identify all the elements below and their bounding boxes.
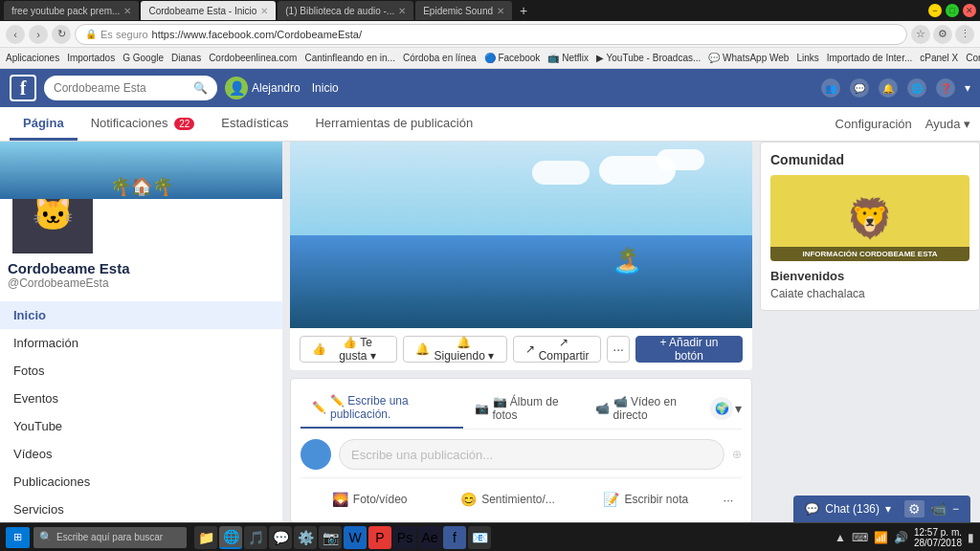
taskbar-ae-icon[interactable]: Ae [418, 526, 441, 549]
chat-minimize[interactable]: − [952, 502, 959, 516]
facebook-search-input[interactable] [54, 81, 188, 95]
facebook-search[interactable]: 🔍 [44, 76, 217, 100]
taskbar-fb-icon[interactable]: f [443, 526, 466, 549]
taskbar-show-desktop[interactable]: ▮ [968, 531, 974, 544]
post-tab-album[interactable]: 📷 📷 Álbum de fotos [463, 388, 584, 429]
post-input[interactable]: Escribe una publicación... [339, 439, 724, 470]
facebook-home-link[interactable]: Inicio [312, 81, 339, 95]
sidebar-item-fotos[interactable]: Fotos [0, 357, 282, 385]
help-icon[interactable]: ❓ [936, 78, 955, 98]
extensions-button[interactable]: ⚙ [933, 25, 952, 44]
bookmark-button[interactable]: ☆ [911, 25, 930, 44]
taskbar-volume-icon[interactable]: 🔊 [894, 531, 908, 544]
taskbar-search[interactable]: 🔍 Escribe aquí para buscar [33, 527, 187, 548]
tab-4-close[interactable]: ✕ [497, 6, 504, 16]
taskbar-chat-icon[interactable]: 💬 [269, 526, 292, 549]
photo-video-action[interactable]: 🌄 Foto/vídeo [301, 486, 438, 513]
sidebar-item-youtube[interactable]: YouTube [0, 412, 282, 440]
sidebar-item-publicaciones[interactable]: Publicaciones [0, 468, 282, 496]
taskbar-winamp-icon[interactable]: 🎵 [244, 526, 267, 549]
bookmark-links[interactable]: Links [796, 53, 818, 63]
config-link[interactable]: Configuración [835, 117, 912, 131]
post-tab-video[interactable]: 📹 📹 Vídeo en directo [584, 388, 710, 429]
post-more-button[interactable]: ··· [715, 486, 742, 513]
forward-button[interactable]: › [29, 25, 48, 44]
taskbar-file-icon[interactable]: 📁 [194, 526, 217, 549]
post-expand-icon[interactable]: ⊕ [732, 448, 742, 461]
bookmark-core[interactable]: Core [966, 53, 980, 63]
globe-icon[interactable]: 🌐 [907, 78, 926, 98]
chat-settings[interactable]: ⚙ [904, 500, 924, 518]
post-audience-arrow[interactable]: ▾ [735, 401, 742, 416]
taskbar-pdf-icon[interactable]: P [368, 526, 391, 549]
tab-4[interactable]: Epidemic Sound ✕ [415, 1, 512, 20]
taskbar-word-icon[interactable]: W [344, 526, 367, 549]
bookmark-netflix[interactable]: 📺 Netflix [547, 53, 589, 63]
chat-bar[interactable]: 💬 Chat (136) ▾ ⚙ 📹 − [793, 496, 970, 522]
refresh-button[interactable]: ↻ [52, 25, 71, 44]
sidebar-item-informacion[interactable]: Información [0, 329, 282, 357]
post-tab-write[interactable]: ✏️ ✏️ Escribe una publicación. [301, 388, 463, 429]
messages-icon[interactable]: 💬 [850, 78, 869, 98]
tab-3[interactable]: (1) Biblioteca de audio -... ✕ [278, 1, 413, 20]
bookmark-imp2[interactable]: Importado de Inter... [827, 53, 913, 63]
page-tabs: Página Notificaciones 22 Estadísticas He… [0, 107, 980, 142]
taskbar-settings-icon[interactable]: ⚙️ [294, 526, 317, 549]
bookmark-cordoba2[interactable]: Córdoba en línea [403, 53, 477, 63]
menu-button[interactable]: ⋮ [955, 25, 974, 44]
bookmark-cantinfleando[interactable]: Cantinfleando en in... [304, 53, 395, 63]
back-button[interactable]: ‹ [6, 25, 25, 44]
tab-1[interactable]: free youtube pack prem... ✕ [4, 1, 139, 20]
sidebar-item-eventos[interactable]: Eventos [0, 385, 282, 412]
facebook-user[interactable]: 👤 Alejandro [225, 77, 301, 99]
note-action[interactable]: 📝 Escribir nota [577, 486, 715, 513]
tab-notifications[interactable]: Notificaciones 22 [78, 108, 209, 141]
taskbar-network-icon[interactable]: 📶 [874, 531, 888, 544]
friends-icon[interactable]: 👥 [821, 78, 840, 98]
notifications-icon[interactable]: 🔔 [879, 78, 898, 98]
post-audience-icon[interactable]: 🌍 [710, 397, 733, 420]
maximize-button[interactable]: □ [946, 4, 959, 17]
add-button[interactable]: + Añadir un botón [635, 336, 743, 363]
sidebar-item-inicio[interactable]: Inicio [0, 301, 282, 329]
taskbar-up-icon[interactable]: ▲ [835, 531, 846, 544]
tab-1-close[interactable]: ✕ [123, 6, 131, 16]
taskbar-photos-icon[interactable]: 📷 [319, 526, 342, 549]
feeling-action[interactable]: 😊 Sentimiento/... [438, 486, 576, 513]
tab-2[interactable]: Cordobeame Esta - Inicio ✕ [141, 1, 276, 20]
bookmark-aplicaciones[interactable]: Aplicaciones [6, 53, 59, 63]
close-button[interactable]: ✕ [963, 4, 976, 17]
tab-2-close[interactable]: ✕ [260, 6, 268, 16]
tab-3-close[interactable]: ✕ [398, 6, 406, 16]
chat-video-icon[interactable]: 📹 [930, 501, 947, 517]
bookmark-cpanel[interactable]: cPanel X [920, 53, 958, 63]
tab-page[interactable]: Página [10, 108, 78, 141]
bookmark-fb[interactable]: 🔵 Facebook [484, 53, 541, 63]
window-controls: − □ ✕ [928, 4, 976, 17]
bookmark-cordoba[interactable]: Cordobeenlinea.com [209, 53, 297, 63]
minimize-button[interactable]: − [928, 4, 942, 17]
new-tab-button[interactable]: + [514, 1, 533, 20]
like-button[interactable]: 👍 👍 Te gusta ▾ [300, 336, 397, 363]
tab-publishing-tools[interactable]: Herramientas de publicación [301, 108, 486, 141]
bookmark-dianas[interactable]: Dianas [171, 53, 201, 63]
cloud-2 [657, 149, 704, 170]
taskbar-search-label[interactable]: Escribe aquí para buscar [56, 532, 163, 542]
bookmark-google[interactable]: G Google [122, 53, 164, 63]
tab-statistics[interactable]: Estadísticas [208, 108, 301, 141]
help-link[interactable]: Ayuda ▾ [925, 117, 970, 131]
sidebar-item-videos[interactable]: Vídeos [0, 440, 282, 468]
more-actions-button[interactable]: ··· [607, 336, 630, 363]
start-button[interactable]: ⊞ [6, 527, 30, 548]
sidebar-item-servicios[interactable]: Servicios [0, 496, 282, 523]
url-bar[interactable]: 🔒 Es seguro https://www.facebook.com/Cor… [75, 24, 907, 45]
following-button[interactable]: 🔔 🔔 Siguiendo ▾ [403, 336, 507, 363]
tab-1-title: free youtube pack prem... [11, 6, 120, 16]
taskbar-chrome-icon[interactable]: 🌐 [219, 526, 242, 549]
taskbar-ps-icon[interactable]: Ps [393, 526, 416, 549]
bookmark-yt[interactable]: ▶ YouTube - Broadcas... [596, 53, 701, 63]
taskbar-email-icon[interactable]: 📧 [468, 526, 491, 549]
share-button[interactable]: ↗ ↗ Compartir [513, 336, 602, 363]
bookmark-importados[interactable]: Importados [67, 53, 115, 63]
bookmark-wa[interactable]: 💬 WhatsApp Web [708, 53, 789, 63]
